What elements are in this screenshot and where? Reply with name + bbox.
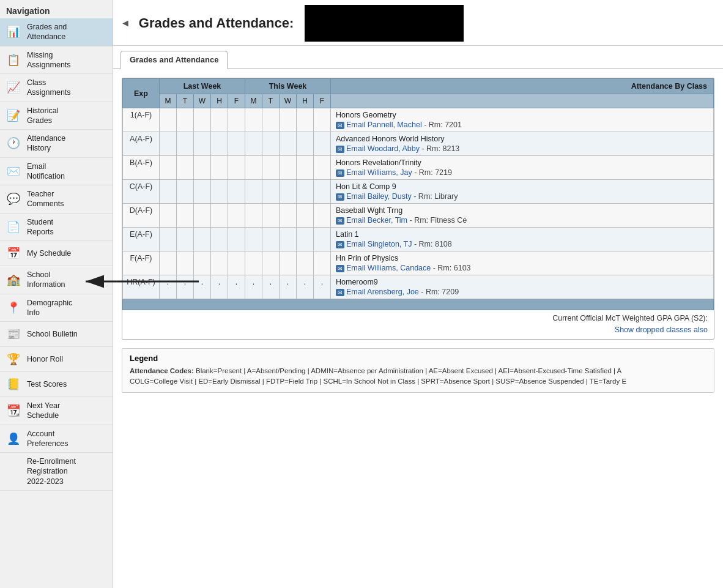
sidebar-icon-demographic-info: 📍 xyxy=(5,299,22,316)
table-row: F(A-F)Hn Prin of Physics✉Email Williams,… xyxy=(123,251,714,275)
lw-day-1-0 xyxy=(160,132,177,156)
sidebar-label-grades-attendance: Grades and Attendance xyxy=(27,22,67,42)
lw-mon-header: M xyxy=(160,94,177,108)
tw-day-5-4 xyxy=(314,228,331,251)
course-email-link-5[interactable]: Email Singleton, TJ xyxy=(346,240,412,248)
sidebar-item-honor-roll[interactable]: 🏆Honor Roll xyxy=(0,347,113,372)
course-name-7: Homeroom9 xyxy=(336,278,708,286)
course-name-0: Honors Geometry xyxy=(336,111,708,119)
course-email-line-7: ✉Email Arensberg, Joe - Rm: 7209 xyxy=(336,288,708,296)
sidebar-icon-next-year-schedule: 📆 xyxy=(5,402,22,419)
course-cell-1: Advanced Honors World History✉Email Wood… xyxy=(331,132,714,156)
lw-day-7-3: . xyxy=(211,275,228,299)
sidebar-icon-school-information: 🏫 xyxy=(5,271,22,288)
tw-day-0-4 xyxy=(314,108,331,132)
sidebar-item-email-notification[interactable]: ✉️Email Notification xyxy=(0,158,113,186)
course-email-link-1[interactable]: Email Woodard, Abby xyxy=(346,144,420,153)
tab-strip: Grades and Attendance xyxy=(113,46,723,69)
tw-day-6-0 xyxy=(245,251,262,275)
course-email-link-0[interactable]: Email Pannell, Machel xyxy=(346,121,422,129)
tw-mon-header: M xyxy=(245,94,262,108)
legend-text: Attendance Codes: Blank=Present | A=Abse… xyxy=(130,366,706,387)
tw-day-2-2 xyxy=(280,156,297,180)
exp-cell-1: A(A-F) xyxy=(123,132,160,156)
lw-tue-header: T xyxy=(177,94,194,108)
course-email-link-7[interactable]: Email Arensberg, Joe xyxy=(346,288,419,296)
course-email-link-2[interactable]: Email Williams, Jay xyxy=(346,168,412,177)
sidebar-item-student-reports[interactable]: 📄Student Reports xyxy=(0,214,113,242)
email-icon-0: ✉ xyxy=(336,122,344,129)
course-email-line-2: ✉Email Williams, Jay - Rm: 7219 xyxy=(336,168,708,177)
show-dropped-link[interactable]: Show dropped classes also xyxy=(615,326,708,334)
exp-header: Exp xyxy=(123,79,160,108)
tw-day-1-4 xyxy=(314,132,331,156)
email-icon-1: ✉ xyxy=(336,146,344,153)
attendance-table-container: Exp Last Week This Week Attendance By Cl… xyxy=(122,78,714,340)
sidebar-label-student-reports: Student Reports xyxy=(27,217,54,237)
sidebar-item-account-preferences[interactable]: 👤Account Preferences xyxy=(0,425,113,453)
course-email-link-4[interactable]: Email Becker, Tim xyxy=(346,216,407,225)
tw-day-1-2 xyxy=(280,132,297,156)
course-room-6: - Rm: 6103 xyxy=(431,264,470,272)
lw-day-4-0 xyxy=(160,204,177,228)
course-cell-0: Honors Geometry✉Email Pannell, Machel - … xyxy=(331,108,714,132)
course-room-5: - Rm: 8108 xyxy=(412,240,451,248)
sidebar-icon-grades-attendance: 📊 xyxy=(5,23,22,40)
tw-tue-header: T xyxy=(262,94,280,108)
course-email-link-6[interactable]: Email Williams, Candace xyxy=(346,264,431,272)
lw-day-3-0 xyxy=(160,180,177,204)
tw-day-2-3 xyxy=(297,156,314,180)
course-cell-5: Latin 1✉Email Singleton, TJ - Rm: 8108 xyxy=(331,228,714,251)
sidebar-item-class-assignments[interactable]: 📈Class Assignments xyxy=(0,74,113,102)
course-room-7: - Rm: 7209 xyxy=(419,288,459,296)
tw-day-4-2 xyxy=(280,204,297,228)
course-email-line-5: ✉Email Singleton, TJ - Rm: 8108 xyxy=(336,240,708,248)
course-cell-4: Baseball Wght Trng✉Email Becker, Tim - R… xyxy=(331,204,714,228)
tw-day-3-3 xyxy=(297,180,314,204)
sidebar-item-test-scores[interactable]: 📒Test Scores xyxy=(0,372,113,397)
course-room-2: - Rm: 7219 xyxy=(412,168,452,177)
content-area: Exp Last Week This Week Attendance By Cl… xyxy=(113,69,723,401)
lw-day-1-3 xyxy=(211,132,228,156)
top-bar: ◄ Grades and Attendance: xyxy=(113,0,723,46)
sidebar-item-my-schedule[interactable]: 📅My Schedule xyxy=(0,241,113,266)
course-email-link-3[interactable]: Email Bailey, Dusty xyxy=(346,192,412,201)
back-button[interactable]: ◄ xyxy=(120,18,130,29)
tw-day-0-3 xyxy=(297,108,314,132)
lw-day-1-2 xyxy=(194,132,211,156)
tw-day-3-2 xyxy=(280,180,297,204)
tw-day-7-3: . xyxy=(297,275,314,299)
tw-day-4-3 xyxy=(297,204,314,228)
main-content: ◄ Grades and Attendance: Grades and Atte… xyxy=(113,0,723,588)
tab-grades-attendance[interactable]: Grades and Attendance xyxy=(120,51,228,69)
lw-day-3-3 xyxy=(211,180,228,204)
exp-cell-0: 1(A-F) xyxy=(123,108,160,132)
sidebar-item-next-year-schedule[interactable]: 📆Next Year Schedule xyxy=(0,397,113,425)
sidebar-item-missing-assignments[interactable]: 📋Missing Assignments xyxy=(0,47,113,75)
sidebar-item-attendance-history[interactable]: 🕐Attendance History xyxy=(0,130,113,158)
sidebar-item-teacher-comments[interactable]: 💬Teacher Comments xyxy=(0,185,113,214)
gpa-row: Current Official McT Weighted GPA GPA (S… xyxy=(122,310,714,324)
lw-day-2-1 xyxy=(177,156,194,180)
sidebar-item-demographic-info[interactable]: 📍Demographic Info xyxy=(0,294,113,322)
sidebar-item-re-enrollment[interactable]: Re-Enrollment Registration 2022-2023 xyxy=(0,453,113,491)
sidebar-item-school-bulletin[interactable]: 📰School Bulletin xyxy=(0,322,113,347)
course-name-6: Hn Prin of Physics xyxy=(336,254,708,262)
tw-day-1-3 xyxy=(297,132,314,156)
sidebar-icon-my-schedule: 📅 xyxy=(5,245,22,262)
sidebar-item-grades-attendance[interactable]: 📊Grades and Attendance xyxy=(0,18,113,47)
tw-day-6-4 xyxy=(314,251,331,275)
attendance-table: Exp Last Week This Week Attendance By Cl… xyxy=(122,78,714,310)
email-icon-4: ✉ xyxy=(336,217,344,225)
email-icon-7: ✉ xyxy=(336,289,344,296)
legend-codes-text-2: COLG=College Visit | ED=Early Dismissal … xyxy=(130,378,626,385)
course-cell-7: Homeroom9✉Email Arensberg, Joe - Rm: 720… xyxy=(331,275,714,299)
course-name-3: Hon Lit & Comp 9 xyxy=(336,182,708,191)
course-name-2: Honors Revelation/Trinity xyxy=(336,158,708,167)
sidebar-icon-attendance-history: 🕐 xyxy=(5,135,22,152)
lw-day-7-4: . xyxy=(228,275,245,299)
redacted-name-box xyxy=(305,5,464,42)
sidebar-item-historical-grades[interactable]: 📝Historical Grades xyxy=(0,102,113,130)
last-week-header: Last Week xyxy=(160,79,245,94)
sidebar-item-school-information[interactable]: 🏫School Information xyxy=(0,266,113,294)
